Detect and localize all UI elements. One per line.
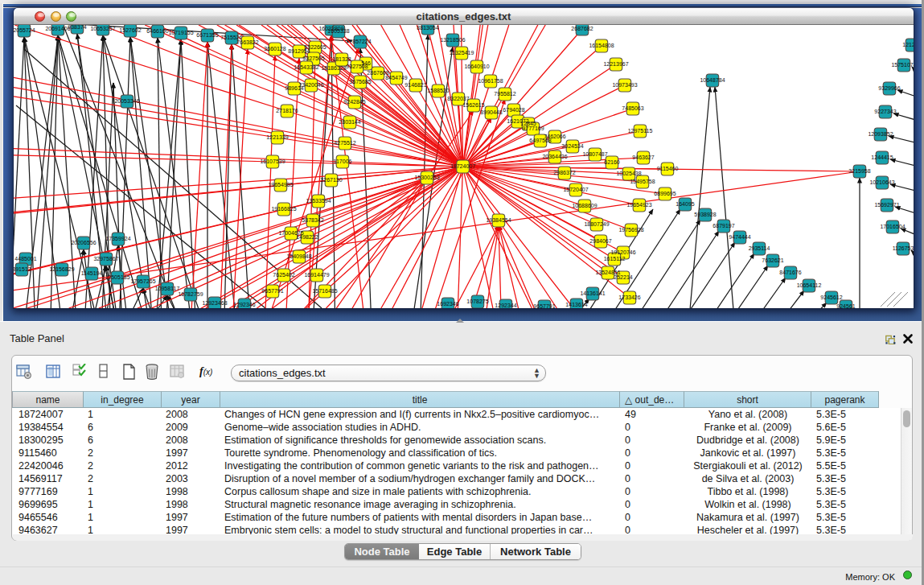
svg-text:18807249: 18807249 xyxy=(584,221,609,227)
svg-text:14136141: 14136141 xyxy=(580,290,605,296)
svg-text:10719155: 10719155 xyxy=(168,30,193,35)
svg-text:10648784: 10648784 xyxy=(700,77,725,83)
svg-text:9463627: 9463627 xyxy=(632,154,654,160)
svg-text:5322605: 5322605 xyxy=(304,44,326,50)
svg-text:5938928: 5938928 xyxy=(694,212,716,217)
svg-text:1605338: 1605338 xyxy=(327,28,349,34)
svg-text:1145194: 1145194 xyxy=(81,270,103,276)
svg-text:7857224: 7857224 xyxy=(349,39,371,44)
svg-text:3675685: 3675685 xyxy=(349,79,371,84)
svg-text:9115460: 9115460 xyxy=(657,166,679,171)
svg-text:8471676: 8471676 xyxy=(779,270,801,275)
svg-text:12975115: 12975115 xyxy=(628,128,653,134)
svg-text:9657791: 9657791 xyxy=(261,288,283,294)
svg-text:16154808: 16154808 xyxy=(589,43,614,48)
svg-text:4275512: 4275512 xyxy=(334,140,355,146)
svg-text:2935114: 2935114 xyxy=(749,245,770,251)
svg-text:6794028: 6794028 xyxy=(503,107,524,113)
svg-text:12923468: 12923468 xyxy=(202,300,227,306)
svg-text:10807487: 10807487 xyxy=(582,151,607,157)
svg-text:7632621: 7632621 xyxy=(762,257,783,263)
svg-text:1221339: 1221339 xyxy=(266,134,288,140)
svg-text:1692346: 1692346 xyxy=(437,301,458,307)
svg-text:10688609: 10688609 xyxy=(572,203,597,208)
svg-text:6671355: 6671355 xyxy=(196,32,218,38)
svg-text:2055724: 2055724 xyxy=(14,27,35,33)
svg-text:17016504: 17016504 xyxy=(880,224,905,229)
svg-text:2986372: 2986372 xyxy=(553,170,575,175)
svg-text:18724007: 18724007 xyxy=(450,163,475,169)
svg-text:20364436: 20364436 xyxy=(542,154,567,159)
svg-text:10958117: 10958117 xyxy=(155,286,180,291)
svg-text:1244415: 1244415 xyxy=(871,154,893,160)
svg-text:16782759: 16782759 xyxy=(178,291,203,297)
svg-text:19756928: 19756928 xyxy=(618,227,643,233)
svg-text:19120746: 19120746 xyxy=(610,249,635,255)
svg-text:924561: 924561 xyxy=(836,303,855,308)
svg-text:9327505: 9327505 xyxy=(302,56,324,61)
svg-text:19654923: 19654923 xyxy=(626,202,651,208)
svg-text:1126753: 1126753 xyxy=(893,245,914,251)
svg-text:3215958: 3215958 xyxy=(848,168,870,174)
svg-text:1292346: 1292346 xyxy=(233,302,255,307)
svg-text:13533594: 13533594 xyxy=(306,198,331,204)
svg-text:7462066: 7462066 xyxy=(544,134,565,139)
svg-text:121245: 121245 xyxy=(902,42,914,47)
svg-text:10973493: 10973493 xyxy=(612,82,637,88)
svg-text:5878342: 5878342 xyxy=(302,217,323,223)
svg-text:19384554: 19384554 xyxy=(486,217,511,223)
svg-text:9245612: 9245612 xyxy=(820,295,842,300)
svg-text:1562615: 1562615 xyxy=(462,102,484,108)
svg-text:164095: 164095 xyxy=(676,201,694,207)
svg-text:252214: 252214 xyxy=(614,274,632,280)
svg-text:15720407: 15720407 xyxy=(563,187,588,192)
svg-text:9329966: 9329966 xyxy=(878,85,900,91)
svg-text:7955812: 7955812 xyxy=(494,91,515,97)
svg-text:9146821: 9146821 xyxy=(405,82,426,88)
svg-text:20053346: 20053346 xyxy=(114,98,139,104)
svg-text:9777169: 9777169 xyxy=(522,126,544,131)
svg-text:1527602: 1527602 xyxy=(119,27,141,33)
svg-text:15751074: 15751074 xyxy=(891,62,914,68)
svg-text:8990448: 8990448 xyxy=(480,109,502,115)
svg-text:9657791: 9657791 xyxy=(533,303,555,308)
svg-text:1498222: 1498222 xyxy=(296,234,318,240)
svg-text:8322037: 8322037 xyxy=(447,96,469,101)
svg-text:2984067: 2984067 xyxy=(589,238,611,244)
svg-text:20691406: 20691406 xyxy=(45,26,70,31)
svg-text:15495758: 15495758 xyxy=(630,179,655,184)
svg-text:9242845: 9242845 xyxy=(343,99,365,105)
svg-text:3660128: 3660128 xyxy=(264,46,285,51)
svg-text:1078275: 1078275 xyxy=(466,299,488,304)
svg-text:9227343: 9227343 xyxy=(874,109,896,114)
svg-text:16107539: 16107539 xyxy=(260,159,285,164)
svg-text:1588520: 1588520 xyxy=(427,88,449,93)
svg-text:9474444: 9474444 xyxy=(729,234,750,240)
svg-text:117006: 117006 xyxy=(334,159,352,164)
svg-text:20206556: 20206556 xyxy=(71,240,96,245)
svg-text:1292344: 1292344 xyxy=(495,303,516,308)
svg-text:11325419: 11325419 xyxy=(450,50,474,56)
svg-text:32975867: 32975867 xyxy=(93,256,118,262)
svg-text:989614: 989614 xyxy=(285,85,303,91)
svg-text:19166825: 19166825 xyxy=(271,206,296,212)
svg-text:13218506: 13218506 xyxy=(440,37,465,43)
svg-text:12213967: 12213967 xyxy=(603,61,628,67)
svg-text:10210643: 10210643 xyxy=(869,179,894,185)
svg-text:181328: 181328 xyxy=(332,56,351,62)
svg-text:7485063: 7485063 xyxy=(622,105,643,111)
svg-text:9327508: 9327508 xyxy=(346,64,368,69)
svg-text:15409848: 15409848 xyxy=(286,253,311,259)
svg-text:1615112: 1615112 xyxy=(604,256,626,262)
svg-text:12156829: 12156829 xyxy=(49,266,74,272)
svg-text:2687682: 2687682 xyxy=(571,26,593,31)
svg-text:12505185: 12505185 xyxy=(105,274,129,280)
svg-text:16640910: 16640910 xyxy=(464,64,489,69)
svg-text:938374: 938374 xyxy=(68,25,86,30)
svg-text:4485001: 4485001 xyxy=(14,256,36,262)
svg-text:16543382: 16543382 xyxy=(294,64,318,70)
svg-text:15692971: 15692971 xyxy=(874,202,899,208)
svg-text:10025438: 10025438 xyxy=(616,171,641,176)
svg-text:10653257: 10653257 xyxy=(90,26,115,31)
svg-text:2803144: 2803144 xyxy=(339,119,360,125)
